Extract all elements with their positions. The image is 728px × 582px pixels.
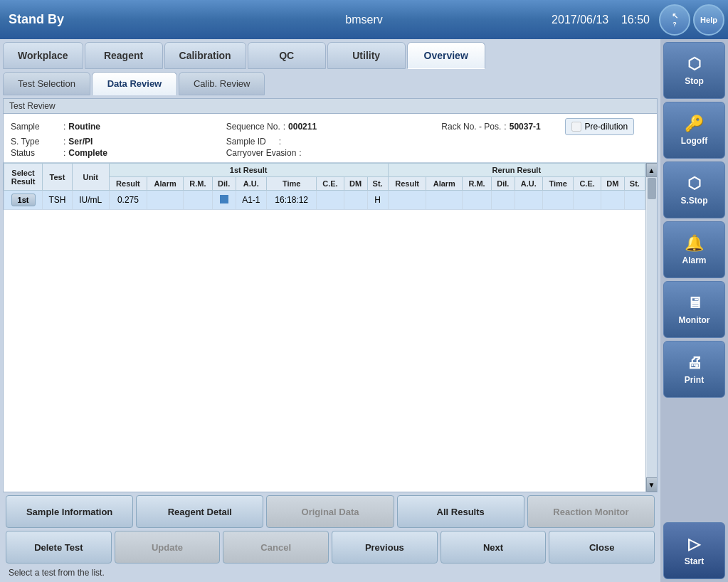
results-table: SelectResult Test Unit 1st Result Rerun … — [4, 163, 645, 210]
pre-dilution-label: Pre-dilution — [584, 122, 628, 132]
sub-tab-test-selection[interactable]: Test Selection — [3, 72, 90, 95]
cell-dil-val — [212, 191, 236, 210]
sub-tab-calib-review[interactable]: Calib. Review — [179, 72, 265, 95]
stype-value: Ser/PI — [68, 137, 93, 147]
start-label: Start — [685, 556, 704, 566]
help-label: Help — [700, 16, 717, 24]
group-rerun-result: Rerun Result — [388, 164, 645, 177]
cell-rerun-time — [542, 191, 574, 210]
status-row: Status : Complete — [11, 148, 219, 158]
s-stop-icon: ⬡ — [687, 174, 701, 193]
stop-icon: ⬡ — [687, 55, 701, 73]
header-datetime: 2017/06/13 16:50 — [552, 14, 650, 26]
monitor-label: Monitor — [679, 315, 710, 325]
cell-rerun-alarm — [426, 191, 463, 210]
seq-no-value: 000211 — [288, 122, 317, 132]
sub-tab-data-review[interactable]: Data Review — [92, 72, 177, 95]
start-button[interactable]: ▷ Start — [663, 522, 725, 579]
original-data-button: Original Data — [266, 495, 394, 528]
tab-workplace[interactable]: Workplace — [3, 42, 83, 69]
status-bar: Select a test from the list. — [3, 566, 658, 579]
cell-rerun-st — [624, 191, 645, 210]
cell-alarm-val — [147, 191, 184, 210]
sample-information-button[interactable]: Sample Information — [6, 495, 133, 528]
tab-calibration[interactable]: Calibration — [164, 42, 246, 69]
seq-no-label: Sequence No. — [226, 122, 280, 132]
dil-indicator — [220, 195, 228, 203]
col-result-2: Result — [388, 177, 426, 191]
rack-label: Rack No. - Pos. — [441, 122, 501, 132]
tab-bar: Workplace Reagent Calibration QC Utility… — [3, 42, 658, 69]
results-table-wrapper[interactable]: SelectResult Test Unit 1st Result Rerun … — [4, 163, 645, 492]
cursor-button[interactable]: ↖ ? — [659, 4, 690, 36]
cell-rerun-au — [515, 191, 542, 210]
cell-dm-val — [344, 191, 367, 210]
monitor-button[interactable]: 🖥 Monitor — [663, 281, 725, 338]
delete-test-button[interactable]: Delete Test — [6, 531, 112, 564]
select-1st-btn[interactable]: 1st — [11, 194, 36, 206]
cell-rerun-result — [388, 191, 426, 210]
help-button[interactable]: Help — [693, 4, 724, 36]
status-value: Complete — [68, 148, 107, 158]
alarm-button[interactable]: 🔔 Alarm — [663, 221, 725, 278]
print-button[interactable]: 🖨 Print — [663, 341, 725, 398]
tab-overview[interactable]: Overview — [407, 42, 485, 69]
cell-time-val: 16:18:12 — [266, 191, 316, 210]
stop-label: Stop — [685, 76, 704, 86]
rack-value: 50037-1 — [510, 122, 541, 132]
header-status: Stand By — [9, 12, 64, 27]
col-au-2: A.U. — [515, 177, 542, 191]
cell-unit: IU/mL — [72, 191, 109, 210]
carryover-label: Carryover Evasion — [226, 148, 297, 158]
header: Stand By bmserv 2017/06/13 16:50 ↖ ? Hel… — [0, 0, 728, 39]
alarm-icon: 🔔 — [685, 234, 704, 253]
sidebar: ⬡ Stop 🔑 Logoff ⬡ S.Stop 🔔 Alarm 🖥 Monit… — [660, 39, 728, 582]
s-stop-button[interactable]: ⬡ S.Stop — [663, 162, 725, 218]
col-dm-1: DM — [344, 177, 367, 191]
cell-test: TSH — [43, 191, 73, 210]
cell-st-val: H — [367, 191, 388, 210]
scroll-down-arrow[interactable]: ▼ — [646, 477, 658, 492]
previous-button[interactable]: Previous — [332, 531, 438, 564]
monitor-icon: 🖥 — [687, 294, 702, 312]
cell-result-val: 0.275 — [109, 191, 147, 210]
col-select-result: SelectResult — [4, 164, 43, 191]
cursor-icon: ↖ — [672, 11, 678, 21]
update-button: Update — [115, 531, 221, 564]
tab-utility[interactable]: Utility — [327, 42, 406, 69]
sample-info: Sample : Routine Sequence No. : 000211 R… — [4, 114, 657, 163]
sample-label: Sample — [11, 122, 60, 132]
bottom-actions: Sample Information Reagent Detail Origin… — [3, 492, 658, 566]
cell-rerun-rm — [463, 191, 492, 210]
reagent-detail-button[interactable]: Reagent Detail — [136, 495, 263, 528]
s-stop-label: S.Stop — [681, 196, 708, 206]
col-test: Test — [43, 164, 73, 191]
cell-select[interactable]: 1st — [4, 191, 43, 210]
table-row[interactable]: 1st TSH IU/mL 0.275 A1-1 — [4, 191, 645, 210]
stop-button[interactable]: ⬡ Stop — [663, 42, 725, 99]
reaction-monitor-button: Reaction Monitor — [527, 495, 655, 528]
scroll-thumb[interactable] — [648, 178, 656, 199]
col-time-2: Time — [542, 177, 574, 191]
pre-dilution-input[interactable] — [571, 122, 581, 132]
stype-row: S. Type : Ser/PI — [11, 137, 219, 147]
col-dil-1: Dil. — [212, 177, 236, 191]
sub-tab-bar: Test Selection Data Review Calib. Review — [3, 72, 658, 95]
pre-dilution-checkbox[interactable]: Pre-dilution — [565, 118, 634, 135]
col-dm-2: DM — [601, 177, 624, 191]
alarm-label: Alarm — [682, 255, 706, 265]
scroll-up-arrow[interactable]: ▲ — [646, 163, 658, 177]
col-unit: Unit — [72, 164, 109, 191]
seq-no-row: Sequence No. : 000211 — [226, 118, 435, 135]
col-dil-2: Dil. — [491, 177, 515, 191]
tab-reagent[interactable]: Reagent — [85, 42, 163, 69]
col-rm-2: R.M. — [463, 177, 492, 191]
tab-qc[interactable]: QC — [248, 42, 326, 69]
col-rm-1: R.M. — [184, 177, 213, 191]
panel-title: Test Review — [4, 99, 657, 114]
close-button[interactable]: Close — [549, 531, 655, 564]
next-button[interactable]: Next — [441, 531, 547, 564]
all-results-button[interactable]: All Results — [397, 495, 524, 528]
logoff-button[interactable]: 🔑 Logoff — [663, 102, 725, 159]
header-buttons: ↖ ? Help — [659, 4, 724, 36]
